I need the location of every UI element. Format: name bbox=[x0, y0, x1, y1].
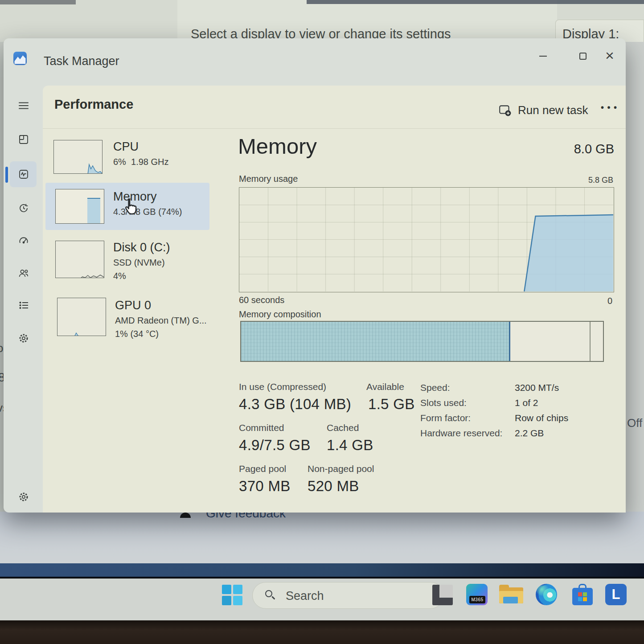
performance-panel: Performance Run new task • • • CPU 6% 1.… bbox=[43, 86, 626, 513]
perf-item-cpu-line2: 6% 1.98 GHz bbox=[113, 157, 169, 167]
perf-item-gpu-line3: 1% (34 °C) bbox=[115, 329, 159, 339]
available-value: 1.5 GB bbox=[368, 396, 415, 413]
graph-time-label: 60 seconds bbox=[239, 295, 284, 305]
minimize-button[interactable] bbox=[532, 46, 554, 66]
edge-swirl bbox=[537, 585, 550, 596]
desktop-below-window bbox=[0, 512, 644, 564]
nonpaged-pool-value: 520 MB bbox=[308, 478, 359, 495]
perf-item-disk-title[interactable]: Disk 0 (C:) bbox=[113, 241, 170, 254]
sidebar-item-startup-apps[interactable] bbox=[13, 230, 34, 250]
sidebar-menu-button[interactable] bbox=[13, 95, 34, 116]
sidebar-selection-pill bbox=[5, 167, 8, 183]
cursor-hand-pointer bbox=[121, 197, 140, 216]
perf-item-disk-line3: 4% bbox=[113, 271, 126, 281]
l-app-icon[interactable]: L bbox=[605, 584, 627, 605]
speed-label: Speed: bbox=[420, 382, 450, 393]
graph-zero-label: 0 bbox=[607, 296, 612, 306]
search-icon-handle bbox=[271, 596, 275, 599]
task-manager-window: Task Manager × bbox=[4, 38, 626, 513]
hardware-reserved-label: Hardware reserved: bbox=[420, 428, 502, 439]
more-options-button[interactable]: • • • bbox=[601, 103, 617, 113]
nonpaged-pool-label: Non-paged pool bbox=[308, 464, 374, 474]
run-new-task-button[interactable]: Run new task bbox=[498, 100, 592, 120]
gpu-mini-graph[interactable] bbox=[57, 298, 106, 336]
clipped-text-fragment: o bbox=[0, 341, 3, 355]
l-gray-light-square bbox=[440, 585, 453, 598]
store-pane bbox=[583, 592, 587, 596]
form-factor-label: Form factor: bbox=[420, 413, 471, 423]
dock-l-gray-app-icon[interactable] bbox=[432, 585, 453, 605]
run-new-task-label: Run new task bbox=[518, 103, 588, 117]
speed-value: 3200 MT/s bbox=[515, 382, 559, 393]
memory-usage-graph bbox=[239, 187, 614, 292]
maximize-button[interactable] bbox=[572, 46, 594, 66]
store-bag bbox=[572, 588, 593, 605]
sidebar-item-performance[interactable] bbox=[13, 164, 34, 185]
paged-pool-value: 370 MB bbox=[239, 478, 291, 495]
perf-item-gpu-line2: AMD Radeon (TM) G... bbox=[115, 316, 207, 326]
windows-logo-icon bbox=[222, 596, 231, 605]
m365-copilot-icon[interactable]: M365 bbox=[466, 584, 488, 605]
maximize-icon bbox=[579, 53, 587, 60]
perf-item-cpu-title[interactable]: CPU bbox=[113, 140, 139, 154]
memory-composition-label: Memory composition bbox=[239, 309, 321, 320]
window-title: Task Manager bbox=[44, 54, 119, 68]
windows-logo-icon bbox=[222, 585, 231, 594]
minimize-icon bbox=[539, 56, 547, 57]
microsoft-store-icon[interactable] bbox=[572, 584, 593, 605]
header-divider bbox=[43, 128, 626, 129]
photo-of-laptop-screen: Select a display to view or change its s… bbox=[0, 0, 644, 644]
slots-used-value: 1 of 2 bbox=[515, 398, 538, 408]
wallpaper-band bbox=[0, 563, 644, 578]
committed-label: Committed bbox=[239, 422, 284, 433]
disk-mini-graph[interactable] bbox=[55, 241, 104, 278]
background-right-sliver bbox=[626, 42, 644, 513]
slots-used-label: Slots used: bbox=[420, 398, 467, 408]
sidebar-item-processes[interactable] bbox=[13, 129, 34, 150]
store-pane bbox=[578, 592, 582, 596]
m365-badge: M365 bbox=[469, 596, 485, 603]
close-button[interactable]: × bbox=[599, 45, 620, 66]
start-button[interactable] bbox=[222, 585, 242, 605]
windows-logo-icon bbox=[233, 585, 242, 594]
laptop-bezel bbox=[0, 620, 644, 644]
memory-title: Memory bbox=[238, 134, 317, 159]
paged-pool-label: Paged pool bbox=[239, 464, 286, 474]
perf-item-disk-line2: SSD (NVMe) bbox=[113, 258, 165, 268]
hardware-reserved-value: 2.2 GB bbox=[515, 428, 544, 439]
page-title: Performance bbox=[54, 97, 133, 112]
store-pane bbox=[583, 597, 587, 601]
photo-dark-edge-right bbox=[307, 0, 644, 4]
task-manager-app-icon bbox=[13, 52, 27, 65]
sidebar-item-details[interactable] bbox=[13, 295, 34, 316]
windows-logo-icon bbox=[233, 596, 242, 605]
committed-value: 4.9/7.5 GB bbox=[239, 437, 311, 454]
memory-usage-label: Memory usage bbox=[239, 174, 298, 184]
memory-composition-bar[interactable] bbox=[240, 321, 604, 362]
night-light-off-label: Off bbox=[627, 416, 642, 430]
search-input[interactable]: Search bbox=[252, 582, 444, 609]
composition-in-use-segment bbox=[241, 322, 510, 361]
sidebar-item-users[interactable] bbox=[13, 263, 34, 283]
cached-label: Cached bbox=[327, 422, 359, 433]
settings-button[interactable] bbox=[13, 487, 34, 507]
sidebar-item-app-history[interactable] bbox=[13, 198, 34, 218]
cpu-mini-graph[interactable] bbox=[53, 140, 103, 174]
edge-browser-icon[interactable] bbox=[536, 584, 557, 605]
perf-item-gpu-title[interactable]: GPU 0 bbox=[115, 299, 151, 312]
sidebar-item-services[interactable] bbox=[13, 328, 34, 349]
memory-scale-label: 5.8 GB bbox=[588, 176, 613, 185]
cached-value: 1.4 GB bbox=[327, 437, 373, 454]
store-pane bbox=[578, 597, 582, 601]
search-placeholder: Search bbox=[286, 589, 324, 603]
photo-dark-edge-left bbox=[0, 0, 76, 4]
form-factor-value: Row of chips bbox=[515, 413, 568, 423]
run-new-task-icon bbox=[498, 103, 512, 117]
file-explorer-icon[interactable] bbox=[499, 585, 523, 605]
in-use-value: 4.3 GB (104 MB) bbox=[239, 396, 351, 413]
memory-mini-graph-fill bbox=[87, 198, 100, 223]
search-icon bbox=[265, 590, 272, 597]
memory-mini-graph[interactable] bbox=[55, 189, 104, 224]
folder-pocket bbox=[503, 597, 518, 603]
in-use-label: In use (Compressed) bbox=[239, 381, 326, 392]
